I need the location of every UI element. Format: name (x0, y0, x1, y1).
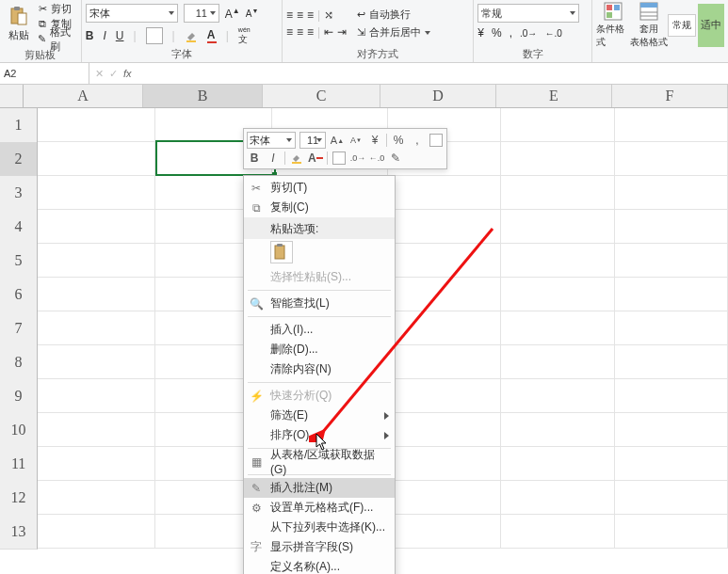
cell[interactable] (38, 311, 154, 345)
orientation-icon[interactable]: ⤭ (324, 8, 333, 22)
merge-center-button[interactable]: ⇲ 合并后居中 (357, 25, 430, 40)
row-header[interactable]: 13 (0, 515, 38, 550)
cell[interactable] (615, 244, 729, 278)
decrease-font-icon[interactable]: A▼ (246, 8, 259, 19)
align-left-icon[interactable]: ≡ (286, 25, 293, 39)
decrease-decimal-icon[interactable]: ←.0 (544, 28, 561, 39)
cell[interactable] (38, 345, 154, 379)
fill-color-button[interactable] (185, 29, 198, 42)
row-header[interactable]: 2 (0, 142, 38, 177)
align-right-icon[interactable]: ≡ (307, 25, 314, 39)
column-header[interactable]: F (612, 85, 728, 107)
column-header[interactable]: C (263, 85, 380, 107)
cell[interactable] (388, 278, 502, 311)
row-header[interactable]: 8 (0, 345, 38, 380)
cell[interactable] (501, 278, 615, 311)
menu-item[interactable]: 从下拉列表中选择(K)... (244, 518, 395, 537)
conditional-format-button[interactable]: 条件格式 (596, 4, 630, 47)
cell[interactable] (38, 278, 154, 311)
cell[interactable] (615, 142, 729, 176)
bold-button[interactable]: B (86, 29, 94, 42)
comma-icon[interactable]: , (510, 26, 512, 40)
row-header[interactable]: 5 (0, 244, 38, 279)
cell-style-normal[interactable]: 常规 (669, 15, 695, 36)
menu-item[interactable]: ▦从表格/区域获取数据(G) (244, 452, 395, 471)
cell[interactable] (501, 176, 615, 210)
align-middle-icon[interactable]: ≡ (297, 8, 303, 22)
mini-decrease-font-icon[interactable]: A▼ (348, 133, 364, 148)
pinyin-button[interactable]: wén文 (238, 26, 251, 46)
cell[interactable] (388, 481, 502, 515)
menu-item[interactable]: ✎插入批注(M) (244, 478, 395, 498)
row-header[interactable]: 6 (0, 278, 38, 312)
italic-button[interactable]: I (103, 29, 105, 42)
align-bottom-icon[interactable]: ≡ (307, 8, 314, 22)
font-name-combo[interactable]: 宋体 (86, 4, 178, 23)
cell[interactable] (501, 244, 615, 278)
font-color-button[interactable]: A (207, 28, 217, 43)
percent-icon[interactable]: % (492, 26, 502, 40)
cell[interactable] (501, 447, 615, 481)
format-as-table-button[interactable]: 套用 表格格式 (632, 4, 666, 47)
menu-item[interactable]: 筛选(E) (244, 406, 395, 425)
cell[interactable] (388, 345, 502, 379)
cell[interactable] (388, 244, 502, 278)
menu-item[interactable]: 定义名称(A)... (244, 557, 395, 574)
wrap-text-button[interactable]: ↩ 自动换行 (357, 8, 430, 22)
row-header[interactable]: 4 (0, 210, 38, 245)
cell[interactable] (388, 176, 502, 210)
cell[interactable] (38, 176, 154, 210)
cell[interactable] (388, 311, 502, 345)
cell[interactable] (501, 311, 615, 345)
cell[interactable] (615, 311, 729, 345)
menu-item[interactable]: ⚙设置单元格格式(F)... (244, 498, 395, 518)
cell[interactable] (38, 379, 154, 413)
cell[interactable] (388, 447, 502, 481)
number-format-combo[interactable]: 常规 (477, 4, 579, 23)
cell[interactable] (615, 515, 729, 549)
mini-format-painter-icon[interactable]: ✎ (388, 151, 403, 166)
row-header[interactable]: 3 (0, 176, 38, 211)
mini-font-name[interactable]: 宋体 (247, 132, 296, 149)
currency-icon[interactable]: ¥ (477, 26, 484, 40)
mini-comma-icon[interactable]: , (410, 133, 425, 148)
cell[interactable] (615, 379, 729, 413)
cell[interactable] (38, 413, 154, 447)
column-header[interactable]: A (24, 85, 143, 107)
decrease-indent-icon[interactable]: ⇤ (324, 25, 333, 39)
cell[interactable] (501, 345, 615, 379)
mini-increase-font-icon[interactable]: A▲ (330, 133, 345, 148)
cell[interactable] (501, 379, 615, 413)
column-header[interactable]: B (143, 85, 263, 107)
mini-currency-icon[interactable]: ¥ (367, 133, 382, 148)
cell[interactable] (615, 481, 729, 515)
cell[interactable] (38, 447, 154, 481)
cell[interactable] (38, 244, 154, 278)
row-header[interactable]: 11 (0, 447, 38, 482)
paste-button[interactable]: 粘贴 (4, 3, 34, 46)
increase-indent-icon[interactable]: ⇥ (337, 25, 347, 39)
confirm-icon[interactable]: ✓ (109, 68, 118, 80)
row-header[interactable]: 7 (0, 311, 38, 346)
cell[interactable] (38, 210, 154, 244)
menu-item[interactable]: 清除内容(N) (244, 359, 395, 379)
cell[interactable] (501, 210, 615, 244)
fx-icon[interactable]: fx (123, 68, 132, 79)
column-header[interactable]: E (496, 85, 612, 107)
cell[interactable] (615, 413, 729, 447)
menu-item[interactable]: 排序(O) (244, 425, 395, 445)
cell[interactable] (38, 481, 154, 515)
cell[interactable] (388, 413, 502, 447)
cut-button[interactable]: ✂ 剪切 (37, 2, 77, 16)
cell[interactable] (615, 447, 729, 481)
cell-style-fit[interactable]: 适中 (698, 4, 724, 47)
row-header[interactable]: 9 (0, 379, 38, 414)
menu-item[interactable]: 删除(D)... (244, 340, 395, 359)
cell[interactable] (501, 413, 615, 447)
row-header[interactable]: 10 (0, 413, 38, 448)
border-button[interactable] (146, 27, 163, 44)
increase-font-icon[interactable]: A▲ (225, 7, 240, 21)
increase-decimal-icon[interactable]: .0→ (520, 28, 537, 39)
font-size-combo[interactable]: 11 (184, 4, 219, 23)
align-top-icon[interactable]: ≡ (286, 8, 293, 22)
